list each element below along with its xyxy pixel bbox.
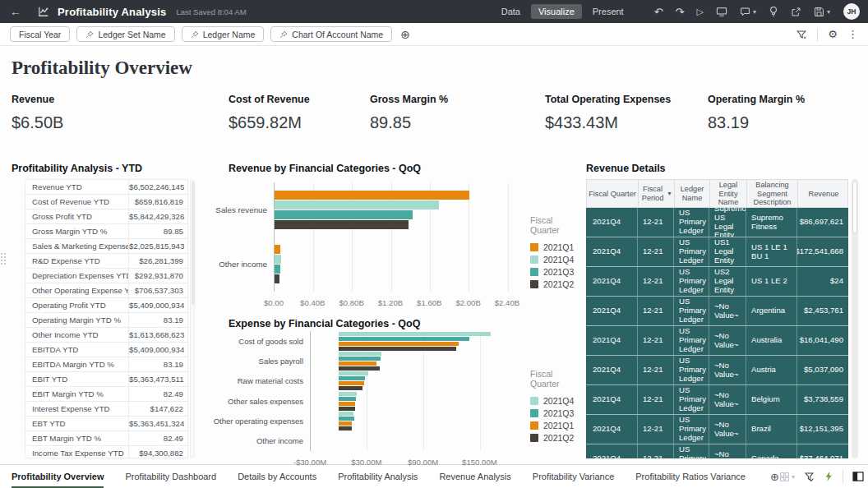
- details-table-row[interactable]: 2021Q412-21US Primary Ledger~No Value~Br…: [586, 415, 848, 444]
- canvas-tab-profitability-ratios-variance[interactable]: Profitability Ratios Variance: [635, 465, 746, 488]
- ytd-table-row[interactable]: Revenue YTD$6,502,246,145: [25, 180, 187, 195]
- ytd-table-row[interactable]: EBITDA Margin YTD %83.19: [25, 357, 187, 372]
- bar-2021Q4-other-operating-expenses[interactable]: [339, 412, 353, 416]
- bar-2021Q1-cost-of-goods-sold[interactable]: [339, 342, 459, 346]
- details-table-row[interactable]: 2021Q412-21US Primary Ledger~No Value~Be…: [586, 385, 848, 415]
- details-table-row[interactable]: 2021Q412-21US Primary Ledger~No Value~Au…: [586, 326, 848, 356]
- ytd-table-row[interactable]: Other Income YTD$1,613,668,623: [25, 328, 187, 343]
- ytd-table-row[interactable]: Sales & Marketing Expense YTD$2,025,815,…: [25, 239, 187, 254]
- bar-2021Q3-other-operating-expenses[interactable]: [339, 417, 353, 421]
- bar-2021Q1-sales-revenue[interactable]: [275, 191, 469, 200]
- back-icon[interactable]: ←: [5, 0, 26, 23]
- bar-2021Q4-raw-material-costs[interactable]: [339, 371, 368, 375]
- bar-2021Q1-other-operating-expenses[interactable]: [339, 421, 352, 426]
- add-filter-icon[interactable]: ⊕: [400, 28, 410, 41]
- canvas-tab-profitability-overview[interactable]: Profitability Overview: [12, 465, 104, 488]
- bar-2021Q2-other-income[interactable]: [275, 274, 279, 283]
- bar-2021Q2-other-sales-expenses[interactable]: [339, 407, 354, 411]
- bar-2021Q4-cost-of-goods-sold[interactable]: [339, 332, 491, 336]
- mode-tab-present[interactable]: Present: [585, 4, 631, 19]
- panel-drag-handle[interactable]: [1, 253, 7, 271]
- ytd-table-row[interactable]: Other Operating Expense YTD$706,537,303: [25, 283, 187, 298]
- mode-tab-data[interactable]: Data: [494, 4, 528, 19]
- ytd-table-row[interactable]: EBIT Margin YTD %82.49: [25, 387, 187, 402]
- ytd-scrollbar[interactable]: [190, 179, 195, 458]
- canvas-tab-profitability-analysis[interactable]: Profitability Analysis: [338, 465, 418, 488]
- legend-item-2021Q4[interactable]: 2021Q4: [530, 394, 577, 407]
- bar-2021Q3-sales-payroll[interactable]: [339, 357, 380, 361]
- filter-badge-icon[interactable]: [804, 472, 815, 482]
- filter-pill-ledger-set-name[interactable]: Ledger Set Name: [76, 26, 174, 42]
- ytd-table-row[interactable]: R&D Expense YTD$26,281,399: [25, 254, 187, 269]
- canvas-tab-profitability-variance[interactable]: Profitability Variance: [533, 465, 614, 488]
- legend-item-2021Q3[interactable]: 2021Q3: [530, 407, 577, 419]
- details-table-row[interactable]: 2021Q412-21US Primary LedgerUS2 Legal En…: [586, 267, 848, 297]
- spark-icon[interactable]: [824, 471, 833, 482]
- kpi-revenue[interactable]: Revenue$6.50B: [12, 94, 63, 132]
- bar-2021Q4-sales-payroll[interactable]: [339, 352, 381, 356]
- filter-pill-fiscal-year[interactable]: Fiscal Year: [10, 26, 70, 42]
- undo-icon[interactable]: ↶: [654, 6, 663, 18]
- comment-icon[interactable]: ▾: [740, 7, 756, 17]
- details-scrollbar[interactable]: [852, 179, 858, 458]
- legend-item-2021Q2[interactable]: 2021Q2: [530, 431, 577, 444]
- details-table-row[interactable]: 2021Q412-21US Primary LedgerSupremo US L…: [586, 208, 848, 237]
- insights-icon[interactable]: [769, 6, 778, 17]
- ytd-table-row[interactable]: EBIT YTD$5,363,473,511: [25, 372, 187, 387]
- details-table-row[interactable]: 2021Q412-21US Primary Ledger~No Value~Ar…: [586, 297, 848, 326]
- bar-2021Q2-other-operating-expenses[interactable]: [339, 426, 352, 430]
- bar-2021Q3-other-sales-expenses[interactable]: [339, 397, 356, 401]
- ytd-table-row[interactable]: Gross Profit YTD$5,842,429,326: [25, 209, 187, 224]
- bar-2021Q3-other-income[interactable]: [275, 265, 280, 274]
- bar-2021Q4-sales-revenue[interactable]: [275, 200, 439, 209]
- legend-item-2021Q4[interactable]: 2021Q4: [530, 253, 577, 265]
- layout-left-icon[interactable]: [852, 472, 864, 481]
- kebab-menu-icon[interactable]: ⋮: [847, 28, 858, 40]
- kpi-cost-of-revenue[interactable]: Cost of Revenue$659.82M: [229, 94, 310, 132]
- legend-item-2021Q1[interactable]: 2021Q1: [530, 419, 577, 431]
- column-header-fiscal-quarter[interactable]: Fiscal Quarter: [587, 180, 639, 208]
- limit-values-filter-icon[interactable]: [796, 29, 807, 40]
- legend-item-2021Q2[interactable]: 2021Q2: [530, 278, 577, 290]
- column-header-fiscal-period[interactable]: Fiscal Period▼: [639, 180, 675, 208]
- add-canvas-icon[interactable]: ⊕: [770, 471, 779, 483]
- kpi-operating-margin-[interactable]: Operating Margin %83.19: [708, 94, 805, 132]
- redo-icon[interactable]: ↷: [676, 6, 685, 18]
- legend-item-2021Q1[interactable]: 2021Q1: [530, 241, 577, 253]
- ytd-table-row[interactable]: Operating Profit YTD$5,409,000,934: [25, 298, 187, 313]
- legend-item-2021Q3[interactable]: 2021Q3: [530, 265, 577, 278]
- bar-2021Q1-other-sales-expenses[interactable]: [339, 402, 354, 406]
- column-header-revenue[interactable]: Revenue: [798, 180, 848, 208]
- user-avatar[interactable]: JH: [843, 3, 860, 20]
- export-icon[interactable]: [791, 7, 801, 17]
- ytd-table-row[interactable]: Gross Margin YTD %89.85: [25, 224, 187, 239]
- ytd-table-row[interactable]: Operating Margin YTD %83.19: [25, 313, 187, 328]
- kpi-total-operating-expenses[interactable]: Total Operating Expenses$433.43M: [545, 94, 671, 132]
- bar-2021Q3-cost-of-goods-sold[interactable]: [339, 337, 469, 341]
- details-table-row[interactable]: 2021Q412-21US Primary Ledger~No Value~Ca…: [586, 444, 848, 458]
- column-header-balancing-segment-description[interactable]: Balancing Segment Description: [747, 180, 798, 208]
- filter-pill-chart-of-account-name[interactable]: Chart Of Account Name: [270, 26, 392, 42]
- bar-2021Q1-raw-material-costs[interactable]: [339, 381, 364, 385]
- bar-2021Q2-sales-payroll[interactable]: [339, 366, 379, 371]
- canvas-tab-profitability-dashboard[interactable]: Profitability Dashboard: [125, 465, 216, 488]
- preview-canvas-icon[interactable]: [716, 7, 727, 17]
- ytd-table-row[interactable]: Interest Expense YTD$147,622: [25, 402, 187, 417]
- ytd-table-row[interactable]: Cost of Revenue YTD$659,816,819: [25, 195, 187, 209]
- play-icon[interactable]: ▷: [697, 7, 704, 17]
- mode-tab-visualize[interactable]: Visualize: [531, 4, 582, 19]
- canvas-tab-details-by-accounts[interactable]: Details by Accounts: [238, 465, 316, 488]
- save-icon[interactable]: ▾: [814, 7, 830, 17]
- column-header-legal-entity-name[interactable]: Legal Entity Name: [710, 180, 747, 208]
- bar-2021Q2-cost-of-goods-sold[interactable]: [339, 347, 455, 351]
- bar-2021Q4-other-income[interactable]: [275, 255, 281, 264]
- ytd-table-row[interactable]: EBT YTD$5,363,451,324: [25, 417, 187, 431]
- column-header-ledger-name[interactable]: Ledger Name: [675, 180, 710, 208]
- details-table-row[interactable]: 2021Q412-21US Primary Ledger~No Value~Au…: [586, 356, 848, 385]
- bar-2021Q3-sales-revenue[interactable]: [275, 210, 413, 219]
- ytd-table-row[interactable]: Depreciation Expenses YTD$292,931,870: [25, 269, 187, 283]
- bar-2021Q2-raw-material-costs[interactable]: [339, 386, 362, 390]
- ytd-table-row[interactable]: EBT Margin YTD %82.49: [25, 431, 187, 446]
- canvas-tab-revenue-analysis[interactable]: Revenue Analysis: [439, 465, 510, 488]
- bar-2021Q4-other-sales-expenses[interactable]: [339, 392, 357, 396]
